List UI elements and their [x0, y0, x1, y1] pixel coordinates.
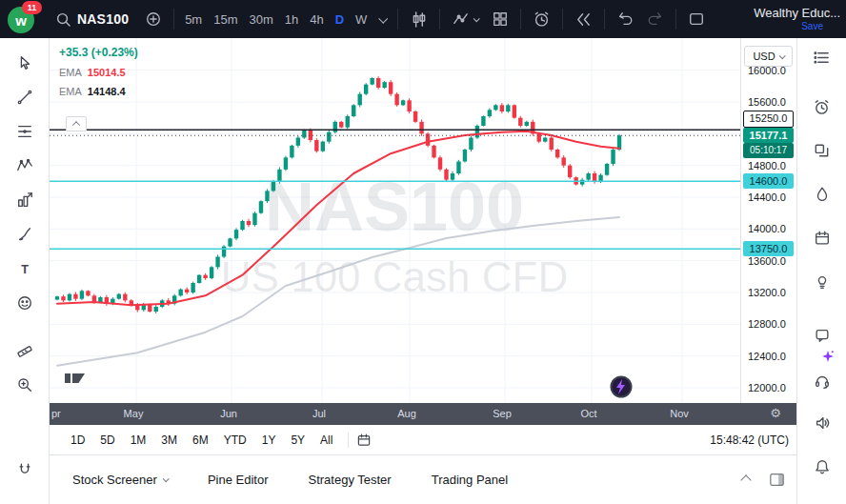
undo-button[interactable] — [610, 6, 640, 32]
range-3m[interactable]: 3M — [153, 429, 185, 452]
save-layout-button[interactable] — [681, 6, 712, 32]
stream-button[interactable] — [811, 412, 834, 434]
panel-layout-icon[interactable] — [769, 473, 785, 487]
magnet-tool[interactable] — [9, 460, 41, 479]
chevron-up-icon — [72, 121, 80, 129]
toolbar-divider — [675, 9, 676, 30]
symbol-search-button[interactable]: NAS100 — [46, 6, 138, 32]
prediction-tool[interactable] — [9, 191, 41, 210]
session-clock[interactable]: 15:48:42 (UTC) — [710, 433, 789, 447]
undo-arrow-icon — [616, 10, 634, 28]
bar-replay-button[interactable] — [568, 6, 599, 32]
level-price-label: 15250.0 — [743, 111, 794, 128]
help-button[interactable] — [811, 370, 834, 393]
chart-canvas[interactable]: NAS100US 100 Cash CFD +35.3 (+0.23%) EMA… — [50, 38, 740, 403]
ema-label: EMA — [59, 86, 82, 97]
ai-assistant-button[interactable] — [816, 345, 839, 368]
range-1m[interactable]: 1M — [123, 429, 154, 452]
tab-trading-panel[interactable]: Trading Panel — [432, 473, 508, 487]
range-5y[interactable]: 5Y — [283, 429, 312, 452]
watchlist-button[interactable] — [811, 46, 834, 69]
svg-text:T: T — [21, 263, 29, 276]
indicators-button[interactable] — [445, 6, 485, 32]
timeframe-1d[interactable]: D — [330, 6, 350, 32]
range-all[interactable]: All — [312, 429, 340, 452]
smiley-icon — [16, 294, 33, 312]
notifications-button[interactable] — [811, 455, 834, 478]
text-tool[interactable]: T — [9, 259, 41, 278]
range-ytd[interactable]: YTD — [216, 429, 254, 452]
tab-strategy-tester[interactable]: Strategy Tester — [308, 473, 391, 487]
redo-button[interactable] — [640, 6, 671, 32]
timeframe-1w[interactable]: W — [350, 6, 373, 32]
redo-arrow-icon — [647, 10, 664, 28]
object-tree-button[interactable] — [811, 139, 834, 162]
time-axis-label: Aug — [397, 408, 416, 419]
settings-gear-icon[interactable]: ⚙ — [770, 406, 781, 420]
legend-collapse-button[interactable] — [66, 116, 87, 131]
layout-grid-button[interactable] — [485, 6, 515, 32]
timeframe-30m[interactable]: 30m — [243, 6, 278, 32]
cursor-tool[interactable] — [9, 53, 41, 72]
time-axis-labels: prMayJunJulAugSepOctNov — [50, 403, 796, 425]
ema-slow-legend[interactable]: EMA14148.4 — [59, 85, 138, 98]
expand-panel-chevron[interactable] — [740, 474, 751, 485]
fib-lines-icon — [16, 123, 33, 140]
timeframe-5m[interactable]: 5m — [179, 6, 208, 32]
calendar-icon — [814, 230, 831, 247]
tab-label: Strategy Tester — [308, 473, 391, 487]
time-axis-label: Sep — [493, 408, 512, 419]
ideas-button[interactable] — [811, 271, 834, 293]
go-to-date-button[interactable] — [356, 433, 372, 448]
svg-text:NAS100: NAS100 — [265, 169, 524, 245]
save-link[interactable]: Save — [801, 21, 823, 31]
account-name: Wealthy Educ... — [754, 7, 840, 20]
fib-retracement-tool[interactable] — [9, 122, 41, 141]
chat-icon — [814, 327, 831, 344]
headset-icon — [814, 373, 831, 390]
search-icon — [55, 11, 71, 28]
range-1d[interactable]: 1D — [63, 429, 92, 452]
compare-add-button[interactable] — [138, 6, 169, 32]
price-axis-label: 12800.0 — [741, 317, 796, 331]
chat-button[interactable] — [811, 324, 834, 347]
timeframe-menu-button[interactable] — [373, 6, 393, 32]
account-menu[interactable]: Wealthy Educ... Save — [754, 7, 840, 31]
price-chart[interactable]: NAS100US 100 Cash CFD — [50, 38, 740, 403]
hotlists-button[interactable] — [811, 183, 834, 206]
pattern-tool[interactable] — [9, 156, 41, 175]
range-5d[interactable]: 5D — [92, 429, 122, 452]
range-6m[interactable]: 6M — [185, 429, 216, 452]
timeframe-4h[interactable]: 4h — [304, 6, 329, 32]
bell-icon — [814, 458, 831, 475]
toolbar-divider — [173, 9, 174, 30]
measure-tool[interactable] — [9, 341, 41, 360]
emoji-tool[interactable] — [9, 293, 41, 312]
chevron-down-icon — [473, 15, 480, 22]
forecast-icon — [16, 192, 33, 209]
zoom-in-icon — [16, 376, 33, 393]
ema-fast-legend[interactable]: EMA15014.5 — [59, 66, 138, 79]
timeframe-1h[interactable]: 1h — [279, 6, 304, 32]
timeframe-15m[interactable]: 15m — [208, 6, 243, 32]
alert-button[interactable] — [526, 6, 557, 32]
xabcd-pattern-icon — [16, 157, 33, 174]
alerts-button[interactable] — [811, 95, 834, 118]
price-axis-labels: 16000.015600.014800.014400.014000.013600… — [741, 38, 796, 403]
tab-stock-screener[interactable]: Stock Screener — [72, 473, 168, 487]
tab-pine-editor[interactable]: Pine Editor — [208, 473, 269, 487]
time-scale[interactable]: prMayJunJulAugSepOctNov ⚙ — [50, 403, 796, 425]
ema-label: EMA — [59, 67, 82, 78]
range-1y[interactable]: 1Y — [254, 429, 284, 452]
plus-circle-icon — [145, 10, 162, 28]
brush-tool[interactable] — [9, 225, 41, 244]
zoom-tool[interactable] — [9, 375, 41, 394]
price-scale[interactable]: USD 16000.015600.014800.014400.014000.01… — [740, 38, 796, 403]
trend-line-tool[interactable] — [9, 88, 41, 107]
chart-style-button[interactable] — [403, 6, 434, 32]
economic-calendar-button[interactable] — [811, 227, 834, 250]
currency-selector[interactable]: USD — [744, 46, 793, 67]
app-logo[interactable]: w 11 — [8, 4, 38, 34]
tradingview-logo[interactable] — [65, 373, 85, 383]
price-axis-label: 14800.0 — [741, 159, 796, 172]
